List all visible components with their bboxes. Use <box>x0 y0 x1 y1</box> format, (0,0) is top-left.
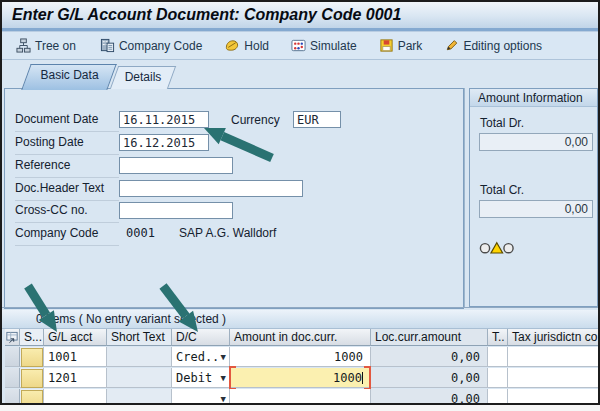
company-code-value: 0001 <box>126 226 155 240</box>
column-header-short-text[interactable]: Short Text <box>107 329 172 346</box>
status-warning-triangle-icon <box>491 243 503 253</box>
status-cell-box <box>21 348 43 367</box>
column-header-dc[interactable]: D/C <box>172 329 230 346</box>
tree-on-button[interactable]: Tree on <box>16 38 76 53</box>
total-cr-field: 0,00 <box>479 200 593 218</box>
total-cr-label: Total Cr. <box>480 183 524 197</box>
tree-on-label: Tree on <box>35 39 76 53</box>
amount-cell[interactable]: 1000 <box>230 347 371 367</box>
tax-jurisdiction-cell[interactable] <box>508 347 598 367</box>
balance-status-icons <box>479 241 515 259</box>
tax-jurisdiction-cell[interactable] <box>508 368 598 388</box>
tax-cell[interactable] <box>488 347 508 367</box>
company-code-label: Company Code <box>119 39 202 53</box>
doc-header-text-input[interactable] <box>119 180 303 197</box>
sap-window: Enter G/L Account Document: Company Code… <box>0 0 600 405</box>
posting-date-label: Posting Date <box>15 135 119 155</box>
posting-date-input[interactable] <box>119 134 209 151</box>
reference-label: Reference <box>15 158 119 178</box>
amount-value: 1000 <box>333 371 362 385</box>
row-select-button[interactable] <box>5 347 20 367</box>
column-header-loc-curr-amount[interactable]: Loc.curr.amount <box>371 329 488 346</box>
company-code-button[interactable]: Company Code <box>100 38 202 53</box>
dropdown-icon[interactable]: ▼ <box>221 347 226 367</box>
dropdown-icon[interactable]: ▼ <box>221 368 226 388</box>
amount-information-title: Amount Information <box>470 89 597 107</box>
basic-data-panel: Document Date Currency Posting Date Refe… <box>4 88 464 309</box>
loc-curr-amount-cell: 0,00 <box>371 368 488 388</box>
tax-cell[interactable] <box>488 389 508 405</box>
tax-cell[interactable] <box>488 368 508 388</box>
column-header-gl-acct[interactable]: G/L acct <box>44 329 107 346</box>
amount-information-panel: Amount Information Total Dr. 0,00 Total … <box>469 88 598 307</box>
status-circle-right-icon <box>504 244 513 253</box>
column-header-tax[interactable]: T.. <box>488 329 508 346</box>
park-label: Park <box>398 39 423 53</box>
page-title: Enter G/L Account Document: Company Code… <box>2 6 401 24</box>
pencil-icon <box>444 38 459 53</box>
column-header-status[interactable]: S... <box>20 329 44 346</box>
column-header-amount-doc-curr[interactable]: Amount in doc.curr. <box>230 329 371 346</box>
select-all-button[interactable] <box>5 329 20 346</box>
tax-jurisdiction-cell[interactable] <box>508 389 598 405</box>
items-bar: 0 Items ( No entry variant selected ) <box>2 310 598 329</box>
status-cell[interactable] <box>20 389 44 405</box>
short-text-cell[interactable] <box>107 347 172 367</box>
table-row: 1201 Debit ▼ 1000 0,00 <box>2 368 598 389</box>
title-bar: Enter G/L Account Document: Company Code… <box>2 2 598 28</box>
dc-cell[interactable]: Debit ▼ <box>172 368 230 388</box>
total-dr-field: 0,00 <box>479 133 593 151</box>
park-icon <box>379 38 394 53</box>
tab-basic-data[interactable]: Basic Data <box>21 64 116 90</box>
row-select-button[interactable] <box>5 389 20 405</box>
company-name-value: SAP A.G. Walldorf <box>179 226 276 240</box>
editing-options-label: Editing options <box>463 39 542 53</box>
currency-input[interactable] <box>293 111 341 128</box>
park-button[interactable]: Park <box>379 38 423 53</box>
gl-acct-cell[interactable] <box>44 389 107 405</box>
gl-acct-cell[interactable]: 1201 <box>44 368 107 388</box>
items-table-header: S... G/L acct Short Text D/C Amount in d… <box>2 329 598 347</box>
doc-header-text-label: Doc.Header Text <box>15 181 119 201</box>
company-code-icon <box>100 38 115 53</box>
hold-label: Hold <box>244 39 269 53</box>
dc-cell[interactable]: ▼ <box>172 389 230 405</box>
dc-cell[interactable]: Cred.. ▼ <box>172 347 230 367</box>
reference-input[interactable] <box>119 157 233 174</box>
document-date-label: Document Date <box>15 112 119 132</box>
dc-value: Cred.. <box>176 350 219 364</box>
amount-cell-focused[interactable]: 1000 <box>230 368 371 388</box>
status-cell-box <box>21 369 43 388</box>
table-row: 1001 Cred.. ▼ 1000 0,00 <box>2 347 598 368</box>
cross-cc-no-label: Cross-CC no. <box>15 203 119 223</box>
column-header-tax-jurisdiction[interactable]: Tax jurisdictn co <box>508 329 598 346</box>
simulate-label: Simulate <box>310 39 357 53</box>
hold-button[interactable]: Hold <box>224 38 269 53</box>
amount-cell[interactable] <box>230 389 371 405</box>
status-circle-left-icon <box>480 244 489 253</box>
loc-curr-amount-cell: 0,00 <box>371 347 488 367</box>
short-text-cell[interactable] <box>107 389 172 405</box>
simulate-button[interactable]: Simulate <box>291 38 357 53</box>
company-code-label-form: Company Code <box>15 226 119 246</box>
text-caret <box>362 372 363 384</box>
cross-cc-no-input[interactable] <box>119 202 233 219</box>
status-cell[interactable] <box>20 368 44 388</box>
status-cell[interactable] <box>20 347 44 367</box>
gl-acct-cell[interactable]: 1001 <box>44 347 107 367</box>
status-cell-box <box>21 390 43 405</box>
editing-options-button[interactable]: Editing options <box>444 38 542 53</box>
dropdown-icon[interactable]: ▼ <box>221 389 226 405</box>
items-bar-text: 0 Items ( No entry variant selected ) <box>2 310 598 328</box>
tab-basic-data-label: Basic Data <box>28 65 112 86</box>
tab-details-label: Details <box>115 67 171 88</box>
document-date-input[interactable] <box>119 111 209 128</box>
total-dr-label: Total Dr. <box>480 116 524 130</box>
dc-value: Debit <box>176 371 212 385</box>
table-row: ▼ 0,00 <box>2 389 598 405</box>
row-select-button[interactable] <box>5 368 20 388</box>
short-text-cell[interactable] <box>107 368 172 388</box>
tab-details[interactable]: Details <box>110 66 176 89</box>
tree-icon <box>16 38 31 53</box>
simulate-icon <box>291 38 306 53</box>
